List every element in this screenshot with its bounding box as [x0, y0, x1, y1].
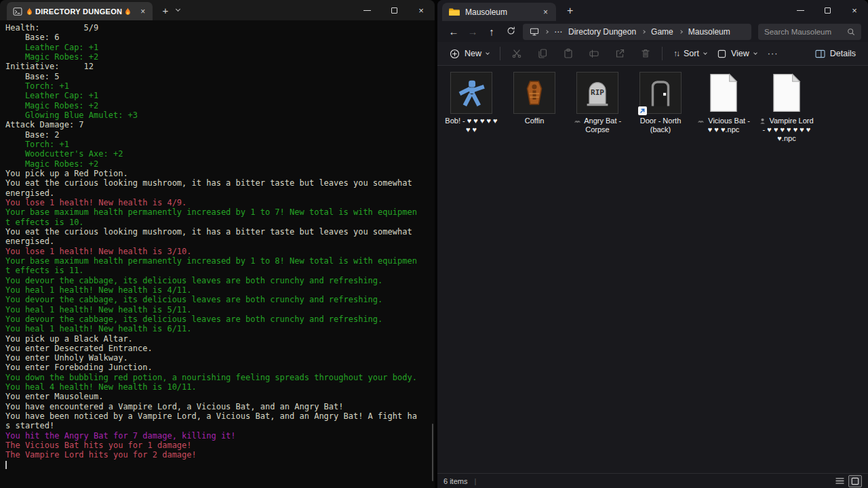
icons-view-toggle[interactable] — [848, 475, 862, 487]
npc-file-icon — [708, 73, 739, 113]
view-icon — [717, 49, 726, 58]
this-pc-icon — [530, 28, 539, 36]
rename-button[interactable] — [583, 44, 605, 63]
search-icon — [847, 28, 855, 36]
breadcrumb[interactable]: ⋯ Directory DungeonGameMausoleum — [523, 24, 751, 40]
breadcrumb-chevron-icon — [545, 30, 549, 34]
new-tab-button[interactable]: + — [567, 5, 573, 17]
terminal-line: Attack Damage: 7 — [5, 120, 435, 129]
file-item[interactable]: Bob! - ♥ ♥ ♥ ♥ ♥ ♥ ♥ — [444, 72, 498, 134]
new-tab-button[interactable]: + — [162, 5, 168, 16]
delete-button[interactable] — [635, 44, 656, 63]
items-count: 6 items — [443, 477, 467, 485]
terminal-line: You lose 1 health! New health is 4/9. — [5, 198, 435, 207]
terminal-tab-bar: DIRECTORY DUNGEON × + × — [0, 0, 435, 20]
maximize-button[interactable] — [380, 0, 408, 20]
new-button[interactable]: New — [444, 44, 494, 63]
maximize-button[interactable] — [814, 0, 841, 20]
breadcrumb-overflow[interactable]: ⋯ — [554, 27, 562, 37]
file-item[interactable]: RIP Angry Bat - Corpse — [570, 72, 625, 134]
terminal-line: Glowing Blue Amulet: +3 — [5, 110, 435, 120]
tab-close-icon[interactable]: × — [139, 7, 146, 16]
close-button[interactable]: × — [408, 0, 435, 20]
terminal-line: Base: 6 — [5, 33, 435, 42]
vampire-icon — [760, 118, 766, 124]
explorer-file-area[interactable]: Bob! - ♥ ♥ ♥ ♥ ♥ ♥ ♥ Coffin RIP Angry Ba… — [437, 66, 868, 473]
plus-circle-icon — [450, 49, 460, 59]
terminal-line: You have encountered a Vampire Lord, a V… — [5, 402, 435, 411]
svg-text:RIP: RIP — [591, 88, 604, 97]
sort-button[interactable]: ↑↓ Sort — [668, 44, 712, 63]
terminal-line: Health: 5/9 — [5, 23, 435, 33]
chevron-down-icon — [753, 51, 757, 55]
share-button[interactable] — [609, 44, 631, 63]
search-box[interactable]: Search Mausoleum — [758, 24, 861, 40]
terminal-line: The Vicious Bat hits you for 1 damage! — [5, 441, 435, 450]
bat-icon — [697, 119, 705, 124]
folder-icon — [449, 7, 460, 16]
back-button[interactable]: ← — [444, 26, 463, 37]
file-item[interactable]: Coffin — [507, 72, 561, 125]
file-thumbnail — [450, 72, 492, 114]
minimize-button[interactable] — [353, 0, 380, 20]
file-name: Bob! - ♥ ♥ ♥ ♥ ♥ ♥ ♥ — [444, 117, 498, 134]
file-item[interactable]: Door - North (back) — [633, 72, 688, 134]
status-separator: | — [474, 477, 476, 485]
terminal-scrollbar[interactable] — [432, 424, 433, 481]
refresh-button[interactable] — [501, 26, 520, 37]
terminal-line: You devour the cabbage, its delicious le… — [5, 314, 435, 324]
terminal-output[interactable]: Health: 5/9 Base: 6 Leather Cap: +1 Magi… — [0, 20, 435, 488]
chevron-down-icon — [703, 51, 707, 55]
forward-button[interactable]: → — [463, 26, 482, 37]
terminal-line: s started! — [5, 421, 435, 430]
edit-actions — [506, 44, 656, 63]
close-button[interactable]: × — [841, 0, 868, 20]
terminal-line: You heal 4 health! New health is 10/11. — [5, 382, 435, 392]
details-view-toggle[interactable] — [833, 475, 846, 487]
file-name: Door - North (back) — [633, 117, 688, 134]
command-prompt-icon — [13, 7, 22, 16]
person-icon — [456, 78, 486, 108]
bat-icon — [574, 119, 581, 124]
terminal-line: You pick up a Black Altar. — [5, 334, 435, 344]
explorer-tab[interactable]: Mausoleum × — [442, 3, 556, 21]
terminal-line: You pick up a Red Potion. — [5, 169, 435, 178]
terminal-window: DIRECTORY DUNGEON × + × Health: 5/9 Base… — [0, 0, 435, 488]
copy-button[interactable] — [532, 44, 553, 63]
terminal-tab[interactable]: DIRECTORY DUNGEON × — [7, 2, 153, 20]
terminal-line: You heal 1 health! New health is 6/11. — [5, 324, 435, 333]
sort-arrows-icon: ↑↓ — [673, 49, 679, 58]
terminal-line: The Vampire Lord hits you for 2 damage! — [5, 450, 435, 460]
paste-button[interactable] — [557, 44, 579, 63]
tab-close-icon[interactable]: × — [542, 7, 549, 17]
up-button[interactable]: ↑ — [482, 26, 501, 37]
file-item[interactable]: Vampire Lord - ♥ ♥ ♥ ♥ ♥ ♥ ♥ ♥.npc — [760, 72, 814, 143]
cut-button[interactable] — [506, 44, 528, 63]
file-thumbnail — [513, 72, 555, 114]
terminal-line: You hit the Angry Bat for 7 damage, kill… — [5, 431, 435, 441]
terminal-line: Leather Cap: +1 — [5, 91, 435, 100]
explorer-tab-title: Mausoleum — [465, 7, 532, 17]
terminal-line: You heal 1 health! New health is 4/11. — [5, 285, 435, 295]
file-item[interactable]: Vicious Bat - ♥ ♥ ♥.npc — [696, 72, 751, 134]
file-grid: Bob! - ♥ ♥ ♥ ♥ ♥ ♥ ♥ Coffin RIP Angry Ba… — [437, 66, 868, 143]
breadcrumb-segment[interactable]: Mausoleum — [688, 27, 730, 37]
minimize-button[interactable] — [787, 0, 814, 20]
terminal-line: Base: 2 — [5, 130, 435, 140]
terminal-line: You heal 1 health! New health is 5/11. — [5, 305, 435, 314]
terminal-line: You down the bubbling red potion, a nour… — [5, 373, 435, 382]
terminal-line: energised. — [5, 188, 435, 198]
toolbar-divider — [500, 47, 500, 60]
view-button[interactable]: View — [712, 44, 762, 63]
more-options-button[interactable]: ··· — [762, 44, 784, 63]
breadcrumb-segment[interactable]: Directory Dungeon — [568, 27, 636, 37]
door-icon — [645, 77, 676, 108]
breadcrumb-segment[interactable]: Game — [651, 27, 673, 37]
terminal-line: You enter Foreboding Junction. — [5, 363, 435, 372]
flame-icon — [125, 7, 131, 16]
tab-dropdown-icon[interactable] — [176, 7, 180, 12]
terminal-line: You enter Desecrated Entrance. — [5, 344, 435, 353]
npc-file-icon — [771, 73, 802, 113]
breadcrumb-chevron-icon — [679, 30, 683, 34]
details-button[interactable]: Details — [810, 44, 861, 63]
